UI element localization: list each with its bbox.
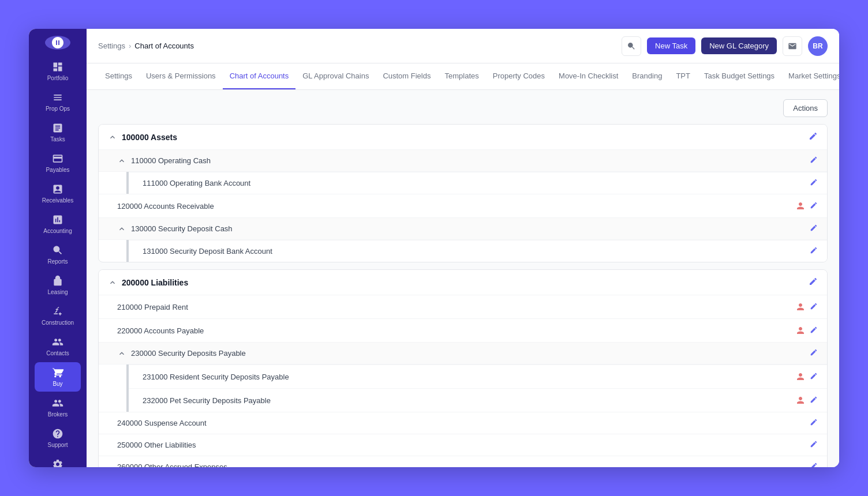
sidebar-item-brokers[interactable]: Brokers — [35, 393, 81, 422]
account-name: 210000 Prepaid Rent — [117, 303, 188, 311]
new-task-button[interactable]: New Task — [647, 37, 695, 54]
sidebar: Portfolio Prop Ops Tasks Payables Receiv… — [29, 29, 87, 467]
account-row-111000: 111000 Operating Bank Account — [129, 172, 827, 194]
group-title: 100000 Assets — [122, 133, 177, 142]
account-row-231000: 231000 Resident Security Deposits Payabl… — [129, 365, 827, 388]
sidebar-item-prop-ops[interactable]: Prop Ops — [35, 87, 81, 117]
tab-branding[interactable]: Branding — [625, 63, 669, 89]
group-header-100000[interactable]: 100000 Assets — [99, 125, 827, 149]
sidebar-item-construction[interactable]: Construction — [35, 301, 81, 330]
sidebar-item-settings[interactable]: Settings — [35, 454, 81, 467]
search-button[interactable] — [622, 36, 641, 56]
actions-bar: Actions — [98, 99, 828, 117]
app-logo[interactable] — [45, 36, 70, 50]
sidebar-item-support[interactable]: Support — [35, 423, 81, 453]
account-row-131000: 131000 Security Deposit Bank Account — [129, 240, 827, 262]
group-title: 200000 Liabilities — [122, 278, 188, 287]
subgroup-230000: 230000 Security Deposits Payable 231000 … — [99, 342, 827, 412]
account-name: 232000 Pet Security Deposits Payable — [143, 396, 271, 405]
breadcrumb-current: Chart of Accounts — [134, 42, 194, 50]
tab-move-in-checklist[interactable]: Move-In Checklist — [552, 63, 625, 89]
main-content: Settings › Chart of Accounts New Task Ne… — [87, 29, 839, 467]
edit-icon[interactable] — [809, 277, 818, 288]
tab-market-settings[interactable]: Market Settings — [781, 63, 839, 89]
group-header-200000[interactable]: 200000 Liabilities — [99, 270, 827, 295]
avatar[interactable]: BR — [808, 36, 828, 56]
topbar: Settings › Chart of Accounts New Task Ne… — [87, 29, 839, 63]
subgroup-110000: 110000 Operating Cash 111000 Operating B… — [99, 149, 827, 194]
sidebar-item-label: Support — [47, 442, 68, 448]
sidebar-item-label: Buy — [53, 381, 62, 387]
sidebar-item-leasing[interactable]: Leasing — [35, 270, 81, 300]
edit-icon[interactable] — [810, 396, 818, 405]
tab-tpt[interactable]: TPT — [669, 63, 697, 89]
sidebar-item-reports[interactable]: Reports — [35, 240, 81, 269]
tab-templates[interactable]: Templates — [437, 63, 485, 89]
edit-icon[interactable] — [810, 462, 818, 467]
subgroup-header-230000[interactable]: 230000 Security Deposits Payable — [99, 343, 827, 364]
sidebar-item-label: Construction — [42, 320, 74, 326]
edit-icon[interactable] — [810, 224, 818, 234]
sidebar-item-portfolio[interactable]: Portfolio — [35, 57, 81, 86]
tab-property-codes[interactable]: Property Codes — [486, 63, 552, 89]
edit-icon[interactable] — [810, 418, 818, 428]
account-row-240000: 240000 Suspense Account — [99, 412, 827, 434]
edit-icon[interactable] — [810, 372, 818, 382]
tab-task-budget-settings[interactable]: Task Budget Settings — [697, 63, 781, 89]
actions-button[interactable]: Actions — [783, 99, 828, 117]
account-name: 231000 Resident Security Deposits Payabl… — [143, 373, 289, 381]
edit-icon[interactable] — [810, 302, 818, 312]
sidebar-item-contacts[interactable]: Contacts — [35, 332, 81, 361]
account-name: 111000 Operating Bank Account — [143, 179, 250, 187]
person-icon[interactable] — [795, 200, 806, 212]
tab-gl-approval-chains[interactable]: GL Approval Chains — [295, 63, 376, 89]
person-icon[interactable] — [795, 371, 806, 382]
sidebar-item-label: Leasing — [47, 289, 68, 295]
new-gl-category-button[interactable]: New GL Category — [701, 37, 777, 54]
sidebar-item-label: Reports — [47, 258, 68, 265]
account-name: 220000 Accounts Payable — [117, 326, 204, 335]
sidebar-item-label: Brokers — [48, 411, 68, 418]
sidebar-item-label: Portfolio — [47, 75, 69, 81]
account-row-210000: 210000 Prepaid Rent — [99, 295, 827, 318]
mail-button[interactable] — [783, 36, 802, 56]
tab-chart-of-accounts[interactable]: Chart of Accounts — [223, 63, 296, 89]
sidebar-item-label: Receivables — [42, 197, 73, 204]
sidebar-item-accounting[interactable]: Accounting — [35, 209, 81, 239]
sidebar-item-buy[interactable]: Buy — [35, 362, 81, 392]
edit-icon[interactable] — [810, 348, 818, 358]
sidebar-item-label: Accounting — [43, 228, 72, 234]
nav-tabs: Settings Users & Permissions Chart of Ac… — [87, 63, 839, 90]
sidebar-item-tasks[interactable]: Tasks — [35, 118, 81, 147]
edit-icon[interactable] — [810, 246, 818, 256]
subgroup-130000: 130000 Security Deposit Cash 131000 Secu… — [99, 217, 827, 262]
sidebar-item-payables[interactable]: Payables — [35, 148, 81, 178]
sidebar-item-label: Contacts — [46, 350, 69, 356]
breadcrumb-separator: › — [129, 42, 131, 50]
edit-icon[interactable] — [809, 131, 818, 142]
sidebar-item-receivables[interactable]: Receivables — [35, 179, 81, 208]
account-name: 250000 Other Liabilities — [117, 441, 196, 449]
account-row-120000: 120000 Accounts Receivable — [99, 194, 827, 217]
person-icon[interactable] — [795, 301, 806, 313]
subgroup-header-130000[interactable]: 130000 Security Deposit Cash — [99, 218, 827, 239]
account-name: 131000 Security Deposit Bank Account — [143, 247, 272, 255]
breadcrumb-root[interactable]: Settings — [98, 42, 125, 50]
subgroup-header-110000[interactable]: 110000 Operating Cash — [99, 150, 827, 171]
tab-custom-fields[interactable]: Custom Fields — [376, 63, 437, 89]
tab-users-permissions[interactable]: Users & Permissions — [139, 63, 223, 89]
account-row-220000: 220000 Accounts Payable — [99, 318, 827, 342]
edit-icon[interactable] — [810, 326, 818, 336]
group-header-left: 100000 Assets — [108, 133, 177, 142]
account-name: 120000 Accounts Receivable — [117, 202, 214, 211]
edit-icon[interactable] — [810, 201, 818, 211]
edit-icon[interactable] — [810, 440, 818, 450]
person-icon[interactable] — [795, 394, 806, 406]
subgroup-title: 110000 Operating Cash — [131, 156, 211, 165]
edit-icon[interactable] — [810, 178, 818, 188]
edit-icon[interactable] — [810, 156, 818, 166]
account-group-100000: 100000 Assets 110000 Operating Cash — [98, 124, 828, 262]
tab-settings[interactable]: Settings — [98, 63, 139, 89]
account-row-232000: 232000 Pet Security Deposits Payable — [129, 388, 827, 412]
person-icon[interactable] — [795, 325, 806, 336]
